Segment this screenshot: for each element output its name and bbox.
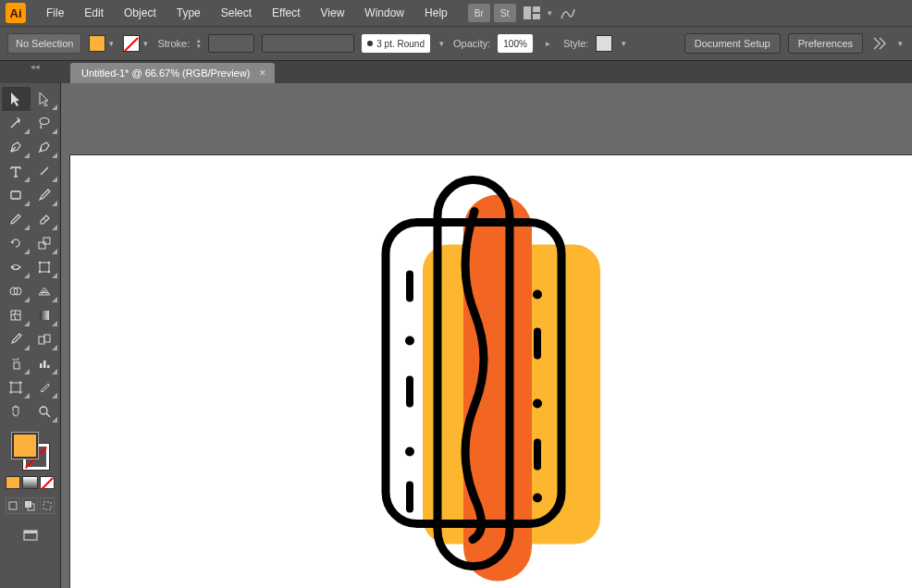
svg-rect-11: [40, 263, 49, 272]
perspective-grid-tool[interactable]: [31, 279, 59, 303]
pen-tool[interactable]: [2, 135, 31, 159]
chevron-down-icon[interactable]: ▾: [142, 39, 150, 48]
menu-help[interactable]: Help: [415, 3, 457, 23]
column-graph-tool[interactable]: [31, 351, 59, 375]
color-mode-none[interactable]: [40, 476, 55, 489]
svg-line-5: [41, 167, 48, 175]
opacity-label: Opacity:: [453, 38, 490, 49]
svg-point-3: [18, 119, 19, 121]
panel-collapse-icon[interactable]: ◂◂: [0, 61, 70, 72]
chevron-down-icon[interactable]: ▾: [438, 39, 446, 48]
opacity-field[interactable]: 100%: [498, 34, 533, 53]
svg-rect-34: [24, 531, 37, 533]
selection-tool[interactable]: [2, 87, 31, 111]
rectangle-tool[interactable]: [2, 183, 31, 207]
stroke-label: Stroke:: [157, 38, 190, 49]
svg-point-45: [533, 399, 542, 409]
color-mode-row: [6, 476, 55, 489]
screen-mode-button[interactable]: [18, 525, 43, 545]
zoom-tool[interactable]: [31, 399, 59, 423]
shape-builder-tool[interactable]: [2, 279, 31, 303]
draw-inside-icon[interactable]: [40, 497, 55, 514]
svg-rect-24: [43, 361, 46, 368]
style-label: Style:: [563, 38, 589, 49]
svg-rect-8: [39, 242, 45, 249]
svg-rect-0: [524, 6, 531, 19]
free-transform-tool[interactable]: [31, 255, 59, 279]
document-tab-bar: Untitled-1* @ 66.67% (RGB/Preview) ×: [0, 61, 912, 83]
svg-line-28: [46, 413, 50, 417]
rotate-tool[interactable]: [2, 231, 31, 255]
line-tool[interactable]: [31, 159, 59, 183]
type-tool[interactable]: [2, 159, 31, 183]
direct-selection-tool[interactable]: [31, 87, 59, 111]
svg-point-27: [40, 407, 47, 414]
canvas-area[interactable]: 网: [61, 83, 912, 588]
hand-tool[interactable]: [2, 399, 31, 423]
svg-rect-25: [47, 365, 50, 368]
color-mode-gradient[interactable]: [22, 476, 37, 489]
svg-point-48: [533, 494, 542, 503]
draw-behind-icon[interactable]: [22, 497, 37, 514]
menu-select[interactable]: Select: [212, 3, 261, 23]
fill-color-indicator[interactable]: [12, 433, 38, 459]
color-mode-solid[interactable]: [6, 476, 20, 489]
menu-view[interactable]: View: [312, 3, 354, 23]
stock-button[interactable]: St: [494, 4, 516, 22]
close-icon[interactable]: ×: [259, 67, 265, 80]
style-swatch[interactable]: [596, 35, 612, 52]
scale-tool[interactable]: [31, 231, 59, 255]
artboard[interactable]: 网: [70, 155, 912, 588]
lasso-tool[interactable]: [31, 111, 59, 135]
arrange-docs-icon[interactable]: [520, 4, 544, 22]
magic-wand-tool[interactable]: [2, 111, 31, 135]
menu-type[interactable]: Type: [167, 3, 210, 23]
chevron-down-icon[interactable]: ▾: [896, 39, 905, 48]
bridge-button[interactable]: Br: [468, 4, 490, 22]
blend-tool[interactable]: [31, 327, 59, 351]
svg-point-39: [405, 337, 414, 346]
menu-object[interactable]: Object: [115, 3, 166, 23]
eraser-tool[interactable]: [31, 207, 59, 231]
artwork-hotdog[interactable]: [371, 175, 611, 588]
document-setup-button[interactable]: Document Setup: [684, 33, 781, 54]
chevron-down-icon[interactable]: ▾: [107, 39, 116, 48]
gpu-icon[interactable]: [556, 4, 580, 22]
svg-rect-26: [11, 383, 20, 392]
menu-window[interactable]: Window: [355, 3, 413, 23]
app-icon: Ai: [6, 3, 26, 23]
paintbrush-tool[interactable]: [31, 183, 59, 207]
selection-indicator: No Selection: [7, 33, 81, 54]
chevron-right-icon[interactable]: ▸: [540, 39, 556, 48]
brush-definition-field[interactable]: 3 pt. Round: [362, 34, 430, 53]
workspace-switcher: Br St ▾: [468, 4, 580, 22]
document-tab-title: Untitled-1* @ 66.67% (RGB/Preview): [81, 67, 250, 79]
menu-effect[interactable]: Effect: [263, 3, 309, 23]
preferences-button[interactable]: Preferences: [788, 33, 863, 54]
align-icon[interactable]: [870, 34, 889, 53]
options-bar: No Selection ▾ ▾ Stroke: ▴▾ 3 pt. Round …: [0, 26, 912, 61]
menu-file[interactable]: File: [37, 3, 73, 23]
svg-rect-21: [44, 335, 50, 342]
stroke-weight-field[interactable]: [208, 34, 254, 53]
document-tab[interactable]: Untitled-1* @ 66.67% (RGB/Preview) ×: [70, 63, 275, 83]
fill-swatch[interactable]: [89, 35, 105, 52]
eyedropper-tool[interactable]: [2, 327, 31, 351]
gradient-tool[interactable]: [31, 303, 59, 327]
fill-stroke-indicator[interactable]: [12, 433, 49, 470]
svg-rect-9: [43, 238, 50, 244]
mesh-tool[interactable]: [2, 303, 31, 327]
chevron-down-icon[interactable]: ▾: [620, 39, 628, 48]
menu-edit[interactable]: Edit: [75, 3, 113, 23]
width-tool[interactable]: [2, 255, 31, 279]
slice-tool[interactable]: [31, 375, 59, 399]
curvature-tool[interactable]: [31, 135, 59, 159]
stroke-swatch[interactable]: [123, 35, 140, 52]
symbol-sprayer-tool[interactable]: [2, 351, 31, 375]
draw-normal-icon[interactable]: [6, 497, 20, 514]
artboard-tool[interactable]: [2, 375, 31, 399]
shaper-tool[interactable]: [2, 207, 31, 231]
svg-rect-22: [14, 362, 19, 369]
stroke-profile-field[interactable]: [262, 34, 354, 53]
main-area: 网: [0, 83, 912, 588]
